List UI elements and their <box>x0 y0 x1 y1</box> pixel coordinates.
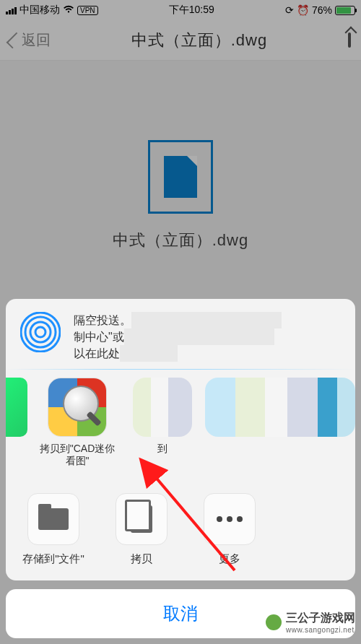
action-save-files[interactable]: 存储到"文件" <box>13 493 94 566</box>
cancel-button[interactable]: 取消 <box>6 589 355 638</box>
app-item-next[interactable]: 到 <box>120 378 205 455</box>
action-row: 存储到"文件" 拷贝 更多 <box>6 480 355 580</box>
airdrop-text: 隔空投送。隔空投送隔空投送隔空投送隔 制中心"或隔空投送隔空投送隔空投送隔 以在… <box>74 312 341 362</box>
airdrop-line1: 隔空投送。 <box>74 314 131 326</box>
copy-icon <box>116 493 168 545</box>
svg-point-3 <box>21 313 60 352</box>
svg-point-1 <box>30 322 51 342</box>
cancel-label: 取消 <box>163 604 198 623</box>
action-more-label: 更多 <box>219 552 240 566</box>
airdrop-row[interactable]: 隔空投送。隔空投送隔空投送隔空投送隔 制中心"或隔空投送隔空投送隔空投送隔 以在… <box>6 299 355 370</box>
action-more[interactable]: 更多 <box>189 493 270 566</box>
action-copy-label: 拷贝 <box>131 552 152 566</box>
app-icon-obscured-2 <box>205 378 355 437</box>
app-icon-partial <box>6 378 27 437</box>
svg-point-0 <box>35 327 45 337</box>
app-item-prev[interactable] <box>6 378 35 437</box>
action-copy[interactable]: 拷贝 <box>101 493 182 566</box>
app-next-label: 到 <box>155 443 170 455</box>
app-icon-obscured <box>133 378 192 437</box>
app-item-obscured[interactable] <box>205 378 355 437</box>
airdrop-line3: 以在此处 <box>74 347 120 360</box>
share-panel: 隔空投送。隔空投送隔空投送隔空投送隔 制中心"或隔空投送隔空投送隔空投送隔 以在… <box>6 299 355 580</box>
share-sheet: 隔空投送。隔空投送隔空投送隔空投送隔 制中心"或隔空投送隔空投送隔空投送隔 以在… <box>6 299 355 638</box>
cad-viewer-icon <box>48 378 107 437</box>
action-files-label: 存储到"文件" <box>22 552 84 566</box>
app-item-cad[interactable]: 拷贝到"CAD迷你看图" <box>35 378 120 467</box>
more-icon <box>204 493 256 545</box>
airdrop-icon <box>20 312 61 352</box>
airdrop-line2: 制中心"或 <box>74 331 124 343</box>
app-share-row[interactable]: 拷贝到"CAD迷你看图" 到 <box>6 369 355 480</box>
app-cad-label: 拷贝到"CAD迷你看图" <box>35 443 120 467</box>
folder-icon <box>27 493 79 545</box>
